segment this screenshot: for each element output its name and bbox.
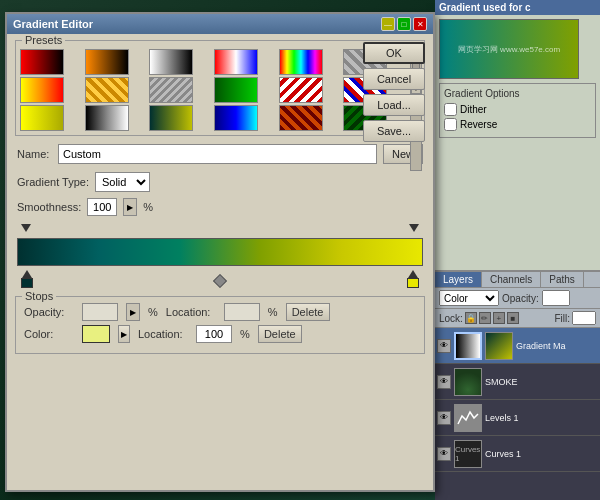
- maximize-button[interactable]: □: [397, 17, 411, 31]
- color-stop-right[interactable]: [407, 270, 419, 288]
- eye-icon[interactable]: 👁: [437, 375, 451, 389]
- name-label: Name:: [17, 148, 52, 160]
- lock-icon[interactable]: 🔒: [465, 312, 477, 324]
- cancel-button[interactable]: Cancel: [363, 68, 425, 90]
- preset-swatch[interactable]: [279, 105, 323, 131]
- preset-swatch[interactable]: [149, 77, 193, 103]
- layer-name: Curves 1: [485, 449, 598, 459]
- opacity-stop-right[interactable]: [409, 224, 419, 236]
- color-stop-swatch-left: [21, 278, 33, 288]
- opacity-arrow[interactable]: ▶: [126, 303, 140, 321]
- right-panel: Gradient used for c 网页学习网 www.we57e.com …: [435, 0, 600, 500]
- opacity-input[interactable]: [542, 290, 570, 306]
- layer-name: Gradient Ma: [516, 341, 598, 351]
- gradient-options-panel: Gradient Options Dither Reverse: [439, 83, 596, 138]
- delete-color-stop-button[interactable]: Delete: [258, 325, 302, 343]
- preset-swatch[interactable]: [214, 105, 258, 131]
- layer-thumb: [454, 368, 482, 396]
- color-stop-label: Color:: [24, 328, 74, 340]
- location-stop-label1: Location:: [166, 306, 216, 318]
- stop-arrow-down-icon: [409, 224, 419, 232]
- location-stop-percent2: %: [240, 328, 250, 340]
- eye-icon[interactable]: 👁: [437, 411, 451, 425]
- close-button[interactable]: ✕: [413, 17, 427, 31]
- opacity-stop-row: Opacity: ▶ % Location: % Delete: [24, 303, 416, 321]
- layer-mask-thumb: [454, 332, 482, 360]
- layer-thumb: Curves 1: [454, 440, 482, 468]
- tab-layers[interactable]: Layers: [435, 272, 482, 287]
- tab-channels[interactable]: Channels: [482, 272, 541, 287]
- reverse-checkbox[interactable]: [444, 118, 457, 131]
- preset-swatch[interactable]: [85, 105, 129, 131]
- smoothness-row: Smoothness: ▶ %: [15, 198, 425, 216]
- brush-icon[interactable]: ✏: [479, 312, 491, 324]
- preset-swatch[interactable]: [20, 49, 64, 75]
- preset-swatch[interactable]: [214, 49, 258, 75]
- color-stop-swatch[interactable]: [82, 325, 110, 343]
- stop-arrow-up-icon: [408, 270, 418, 278]
- layer-row[interactable]: 👁 Levels 1: [435, 400, 600, 436]
- dither-checkbox[interactable]: [444, 103, 457, 116]
- name-input[interactable]: [58, 144, 377, 164]
- name-row: Name: New: [15, 144, 425, 164]
- preset-swatch[interactable]: [214, 77, 258, 103]
- color-arrow-button[interactable]: ▶: [118, 325, 130, 343]
- presets-grid: [20, 49, 406, 131]
- preset-swatch[interactable]: [20, 105, 64, 131]
- fill-label: Fill:: [554, 313, 570, 324]
- tab-paths[interactable]: Paths: [541, 272, 584, 287]
- opacity-stop-left[interactable]: [21, 224, 31, 236]
- preset-swatch[interactable]: [149, 105, 193, 131]
- eye-icon[interactable]: 👁: [437, 447, 451, 461]
- location-stop-input2[interactable]: [196, 325, 232, 343]
- layer-row[interactable]: 👁 SMOKE: [435, 364, 600, 400]
- layer-row[interactable]: 👁 Gradient Ma: [435, 328, 600, 364]
- lock-label: Lock:: [439, 313, 463, 324]
- layers-mode-select[interactable]: Color Normal Multiply: [439, 290, 499, 306]
- preset-swatch[interactable]: [85, 77, 129, 103]
- gradient-type-select[interactable]: Solid Noise: [95, 172, 150, 192]
- delete-opacity-stop-button[interactable]: Delete: [286, 303, 330, 321]
- location-stop-input1[interactable]: [224, 303, 260, 321]
- save-button[interactable]: Save...: [363, 120, 425, 142]
- move-icon[interactable]: +: [493, 312, 505, 324]
- opacity-stops-row: [17, 224, 423, 236]
- stop-arrow-down-icon: [21, 224, 31, 232]
- curves-thumbnail: Curves 1: [455, 445, 481, 463]
- titlebar-buttons: — □ ✕: [381, 17, 427, 31]
- preset-swatch[interactable]: [85, 49, 129, 75]
- layer-thumb: [485, 332, 513, 360]
- all-icon[interactable]: ■: [507, 312, 519, 324]
- preset-swatch[interactable]: [149, 49, 193, 75]
- smoothness-arrow[interactable]: ▶: [123, 198, 137, 216]
- dialog-title: Gradient Editor: [13, 18, 93, 30]
- dialog-titlebar: Gradient Editor — □ ✕: [7, 14, 433, 34]
- preset-swatch[interactable]: [20, 77, 64, 103]
- gradient-type-row: Gradient Type: Solid Noise: [15, 172, 425, 192]
- opacity-stop-label: Opacity:: [24, 306, 74, 318]
- opacity-stop-input[interactable]: [82, 303, 118, 321]
- reverse-row: Reverse: [444, 118, 591, 131]
- minimize-button[interactable]: —: [381, 17, 395, 31]
- dither-label: Dither: [460, 104, 487, 115]
- gradient-bar[interactable]: [17, 238, 423, 266]
- ok-button[interactable]: OK: [363, 42, 425, 64]
- gradient-bar-container: [17, 224, 423, 288]
- smoothness-input[interactable]: [87, 198, 117, 216]
- layer-name: Levels 1: [485, 413, 598, 423]
- dialog-content: Presets: [7, 34, 433, 360]
- preset-swatch[interactable]: [279, 49, 323, 75]
- preset-swatch[interactable]: [279, 77, 323, 103]
- fill-input[interactable]: [572, 311, 596, 325]
- stops-group: Stops Opacity: ▶ % Location: % Delete Co…: [15, 296, 425, 354]
- eye-icon[interactable]: 👁: [437, 339, 451, 353]
- color-stop-middle[interactable]: [215, 276, 225, 286]
- load-button[interactable]: Load...: [363, 94, 425, 116]
- location-stop-label2: Location:: [138, 328, 188, 340]
- layer-name: SMOKE: [485, 377, 598, 387]
- color-stop-left[interactable]: [21, 270, 33, 288]
- gradient-preview-box: 网页学习网 www.we57e.com: [439, 19, 579, 79]
- layer-row[interactable]: 👁 Curves 1 Curves 1: [435, 436, 600, 472]
- diamond-stop-icon: [213, 274, 227, 288]
- smoothness-percent: %: [143, 201, 153, 213]
